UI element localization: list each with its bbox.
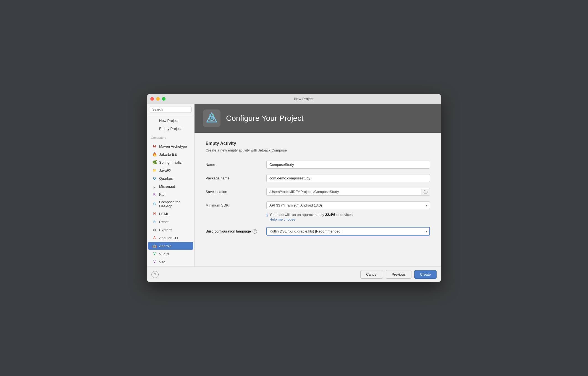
sidebar-item-label: Ktor	[159, 192, 166, 197]
vite-icon: V	[152, 259, 157, 264]
info-row: ℹ Your app will run on approximately 22.…	[206, 213, 430, 221]
react-icon: ⚛	[152, 219, 157, 224]
build-config-label-group: Build configuration language ?	[206, 229, 266, 234]
generator-items: M Maven Archetype 🔥 Jakarta EE 🌿 Spring …	[147, 140, 194, 267]
name-field-row: Name	[206, 161, 430, 169]
build-config-help-icon[interactable]: ?	[253, 229, 257, 234]
sidebar-item-label: React	[159, 220, 169, 224]
name-input[interactable]	[266, 161, 430, 169]
sidebar-item-label: Maven Archetype	[159, 144, 187, 148]
build-config-select-wrapper: Kotlin DSL (build.gradle.kts) [Recommend…	[266, 227, 430, 236]
vue-icon: V	[152, 251, 157, 256]
sidebar-item-label: Compose for Desktop	[159, 200, 189, 208]
sidebar-item-label: Express	[159, 228, 172, 232]
create-button[interactable]: Create	[414, 270, 437, 279]
package-input[interactable]	[266, 174, 430, 182]
activity-title: Empty Activity	[206, 141, 430, 146]
previous-button[interactable]: Previous	[386, 270, 411, 279]
min-sdk-label: Minimum SDK	[206, 203, 266, 207]
svg-point-5	[209, 114, 210, 116]
bottom-buttons: Cancel Previous Create	[360, 270, 437, 279]
main-content: New Project Empty Project Generators M M…	[147, 104, 441, 267]
sidebar-item-vite[interactable]: V Vite	[148, 258, 193, 266]
info-icon: ℹ	[266, 213, 268, 217]
sidebar-item-jakarta-ee[interactable]: 🔥 Jakarta EE	[148, 150, 193, 158]
build-config-select[interactable]: Kotlin DSL (build.gradle.kts) [Recommend…	[266, 227, 430, 236]
sidebar-item-label: Micronaut	[159, 184, 175, 189]
close-button[interactable]	[150, 97, 154, 101]
compose-icon: C	[152, 202, 157, 207]
info-content: Your app will run on approximately 22.4%…	[269, 213, 354, 221]
sidebar-item-label: Quarkus	[159, 176, 173, 181]
right-panel: Configure Your Project Empty Activity Cr…	[195, 104, 441, 267]
sidebar-item-compose-desktop[interactable]: C Compose for Desktop	[148, 199, 193, 210]
window-title: New Project	[170, 97, 438, 101]
sidebar-item-label: New Project	[159, 119, 179, 123]
express-icon: ex	[152, 227, 157, 232]
search-bar	[147, 104, 194, 115]
sidebar-item-javafx[interactable]: 📁 JavaFX	[148, 166, 193, 174]
sidebar-item-maven-archetype[interactable]: M Maven Archetype	[148, 142, 193, 150]
sidebar-item-label: Vite	[159, 260, 165, 264]
min-sdk-row: Minimum SDK API 33 ("Tiramisu"; Android …	[206, 201, 430, 209]
micronaut-icon: μ	[152, 184, 157, 189]
sidebar-item-label: Android	[159, 244, 172, 248]
sidebar-item-quarkus[interactable]: Q Quarkus	[148, 174, 193, 182]
html-icon: H	[152, 211, 157, 216]
title-bar: New Project	[147, 94, 441, 104]
sidebar-item-label: HTML	[159, 212, 169, 216]
search-input[interactable]	[150, 106, 191, 113]
sidebar-item-express[interactable]: ex Express	[148, 226, 193, 234]
panel-title: Configure Your Project	[226, 114, 303, 123]
build-config-label: Build configuration language	[206, 229, 251, 233]
javafx-icon: 📁	[152, 168, 157, 173]
spring-icon: 🌿	[152, 160, 157, 165]
sidebar-item-react[interactable]: ⚛ React	[148, 218, 193, 226]
sidebar: New Project Empty Project Generators M M…	[147, 104, 195, 267]
traffic-lights	[150, 97, 166, 101]
activity-desc: Create a new empty activity with Jetpack…	[206, 148, 430, 152]
package-label: Package name	[206, 176, 266, 180]
cancel-button[interactable]: Cancel	[360, 270, 383, 279]
main-window: New Project New Project Empty Project Ge…	[147, 94, 441, 282]
sidebar-item-micronaut[interactable]: μ Micronaut	[148, 182, 193, 190]
angular-icon: A	[152, 235, 157, 240]
maximize-button[interactable]	[162, 97, 166, 101]
android-studio-icon	[203, 109, 221, 127]
sidebar-item-spring-initializr[interactable]: 🌿 Spring Initializr	[148, 158, 193, 166]
android-icon: 🤖	[152, 243, 157, 248]
sidebar-item-label: JavaFX	[159, 168, 171, 173]
min-sdk-select-wrapper: API 33 ("Tiramisu"; Android 13.0) API 21…	[266, 201, 430, 209]
jakarta-icon: 🔥	[152, 152, 157, 157]
help-button[interactable]: ?	[151, 271, 159, 278]
sidebar-item-ktor[interactable]: K Ktor	[148, 190, 193, 198]
top-items: New Project Empty Project	[147, 115, 194, 134]
generators-label: Generators	[147, 134, 194, 140]
sidebar-item-android[interactable]: 🤖 Android	[148, 242, 193, 250]
min-sdk-select[interactable]: API 33 ("Tiramisu"; Android 13.0) API 21…	[266, 201, 430, 209]
sidebar-item-html[interactable]: H HTML	[148, 210, 193, 218]
package-field-row: Package name	[206, 174, 430, 182]
new-project-icon	[152, 118, 157, 123]
save-location-label: Save location	[206, 190, 266, 194]
info-text-prefix: Your app will run on approximately	[269, 213, 325, 217]
build-config-row: Build configuration language ? Kotlin DS…	[206, 227, 430, 236]
sidebar-item-vuejs[interactable]: V Vue.js	[148, 250, 193, 258]
minimize-button[interactable]	[156, 97, 160, 101]
sidebar-item-new-project[interactable]: New Project	[148, 117, 193, 124]
help-me-choose-link[interactable]: Help me choose	[269, 217, 354, 221]
sidebar-item-label: Angular CLI	[159, 236, 178, 240]
sidebar-item-angular-cli[interactable]: A Angular CLI	[148, 234, 193, 242]
browse-folder-button[interactable]	[421, 189, 430, 195]
info-text-suffix: of devices.	[335, 213, 354, 217]
save-location-input[interactable]	[267, 188, 421, 195]
sidebar-item-empty-project[interactable]: Empty Project	[148, 125, 193, 132]
svg-point-6	[213, 114, 214, 116]
save-location-row: Save location	[206, 188, 430, 196]
maven-icon: M	[152, 144, 157, 149]
sidebar-item-label: Empty Project	[159, 127, 182, 131]
name-label: Name	[206, 163, 266, 167]
panel-header: Configure Your Project	[195, 104, 441, 133]
sidebar-item-label: Jakarta EE	[159, 152, 177, 156]
panel-body: Empty Activity Create a new empty activi…	[195, 133, 441, 267]
